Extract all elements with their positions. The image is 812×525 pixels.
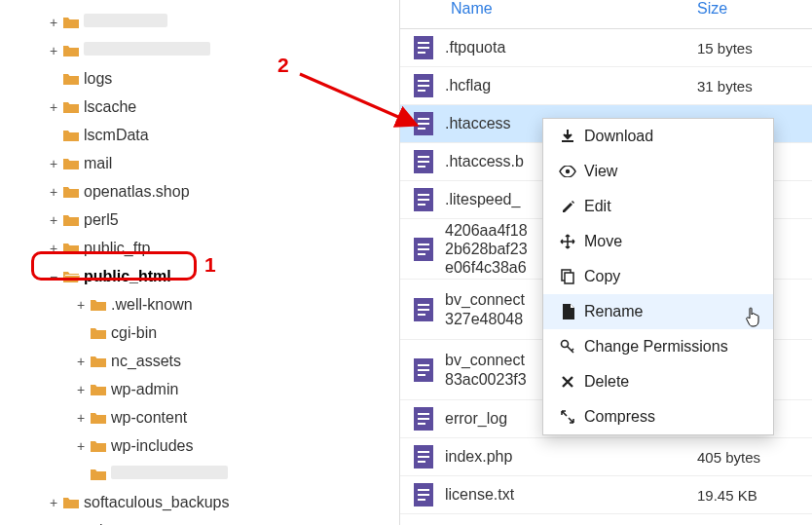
file-row[interactable]: .ftpquota15 bytes: [400, 29, 812, 67]
tree-item[interactable]: + lscache: [10, 93, 399, 121]
tree-label: [84, 14, 167, 31]
spacer: [47, 72, 60, 86]
tree-item[interactable]: + nc_assets: [10, 347, 399, 375]
folder-icon: [90, 298, 107, 312]
folder-tree: + + logs+ lscache lscmData+ mail+ openat…: [0, 0, 399, 525]
expand-icon[interactable]: +: [47, 157, 60, 170]
tree-label: mail: [84, 155, 112, 172]
sort-name[interactable]: Name: [451, 0, 493, 17]
document-icon: [414, 150, 433, 173]
folder-icon: [62, 44, 80, 57]
tree-label: logs: [84, 70, 112, 88]
tree-label: public_html: [84, 268, 171, 285]
ctx-label: Move: [584, 233, 622, 250]
folder-icon: [90, 468, 107, 481]
svg-point-4: [562, 341, 569, 348]
document-icon: [414, 483, 433, 506]
tree-item[interactable]: + .well-known: [10, 290, 399, 319]
folder-icon: [62, 242, 80, 255]
ctx-label: Rename: [584, 303, 643, 320]
tree-item[interactable]: + wp-content: [10, 403, 399, 431]
tree-item[interactable]: − public_html: [10, 262, 399, 290]
tree-item[interactable]: + mail: [10, 149, 399, 177]
file-row[interactable]: .hcflag31 bytes: [400, 67, 812, 105]
ctx-label: Copy: [584, 268, 620, 285]
tree-item[interactable]: [10, 460, 399, 488]
ctx-move[interactable]: Move: [543, 224, 773, 259]
document-icon: [414, 358, 433, 382]
ctx-label: View: [584, 163, 617, 180]
ctx-label: Edit: [584, 198, 611, 215]
expand-icon[interactable]: +: [47, 242, 60, 255]
spacer: [74, 326, 88, 340]
ctx-compress[interactable]: Compress: [543, 399, 773, 434]
tree-item[interactable]: + perl5: [10, 206, 399, 234]
folder-icon: [90, 411, 107, 425]
svg-rect-3: [565, 273, 573, 283]
spacer: [47, 129, 60, 142]
ctx-view[interactable]: View: [543, 154, 773, 189]
expand-icon[interactable]: +: [74, 355, 88, 368]
tree-item[interactable]: + softaculous_backups: [10, 488, 399, 516]
folder-icon: [90, 383, 107, 396]
tree-item[interactable]: + public_ftp: [10, 234, 399, 262]
tree-label: public_ftp: [84, 240, 151, 257]
eye-icon: [557, 166, 578, 177]
tree-label: openatlas.shop: [84, 183, 190, 201]
folder-icon: [62, 185, 80, 199]
ctx-label: Download: [584, 128, 653, 145]
document-icon: [414, 298, 433, 321]
x-icon: [557, 375, 578, 389]
document-icon: [414, 407, 433, 431]
folder-icon: [62, 129, 80, 142]
tree-item[interactable]: cgi-bin: [10, 319, 399, 347]
file-name: license.txt: [445, 486, 697, 504]
file-size: 405 bytes: [697, 449, 804, 466]
tree-label: lscache: [84, 98, 136, 116]
expand-icon[interactable]: +: [47, 213, 60, 227]
expand-icon[interactable]: +: [47, 16, 60, 29]
tree-label: ssl: [84, 522, 103, 526]
ctx-delete[interactable]: Delete: [543, 364, 773, 399]
redacted-label: [84, 42, 210, 56]
expand-icon[interactable]: +: [47, 100, 60, 114]
tree-item[interactable]: lscmData: [10, 121, 399, 149]
tree-item[interactable]: +: [10, 8, 399, 36]
file-size: 31 bytes: [697, 78, 804, 94]
folder-icon: [62, 157, 80, 170]
tree-item[interactable]: + openatlas.shop: [10, 177, 399, 206]
collapse-icon[interactable]: −: [47, 270, 60, 283]
tree-item[interactable]: logs: [10, 64, 399, 93]
tree-label: wp-includes: [111, 437, 193, 455]
document-icon: [414, 36, 433, 59]
ctx-copy[interactable]: Copy: [543, 259, 773, 294]
pencil-icon: [557, 200, 578, 214]
expand-icon[interactable]: +: [47, 44, 60, 57]
expand-icon[interactable]: +: [74, 411, 88, 425]
ctx-change-permissions[interactable]: Change Permissions: [543, 329, 773, 364]
ctx-label: Compress: [584, 408, 655, 426]
expand-icon[interactable]: +: [47, 496, 60, 509]
expand-icon[interactable]: +: [74, 439, 88, 453]
file-icon: [557, 304, 578, 319]
tree-item[interactable]: +: [10, 36, 399, 64]
file-row[interactable]: license.txt19.45 KB: [400, 476, 812, 514]
folder-icon: [90, 439, 107, 453]
file-row[interactable]: index.php405 bytes: [400, 438, 812, 476]
expand-icon[interactable]: +: [47, 185, 60, 199]
key-icon: [557, 339, 578, 355]
svg-rect-0: [562, 140, 573, 142]
file-list-header: Name Size: [400, 0, 812, 29]
ctx-edit[interactable]: Edit: [543, 189, 773, 224]
file-name: index.php: [445, 448, 697, 466]
ctx-rename[interactable]: Rename: [543, 294, 773, 329]
sort-size[interactable]: Size: [697, 0, 727, 17]
tree-item[interactable]: + ssl: [10, 516, 399, 525]
file-list: Name Size .ftpquota15 bytes.hcflag31 byt…: [399, 0, 812, 525]
context-menu: Download View Edit Move Copy Rename: [542, 118, 774, 435]
tree-item[interactable]: + wp-admin: [10, 375, 399, 403]
expand-icon[interactable]: +: [74, 298, 88, 312]
expand-icon[interactable]: +: [74, 383, 88, 396]
ctx-download[interactable]: Download: [543, 119, 773, 154]
tree-item[interactable]: + wp-includes: [10, 431, 399, 460]
